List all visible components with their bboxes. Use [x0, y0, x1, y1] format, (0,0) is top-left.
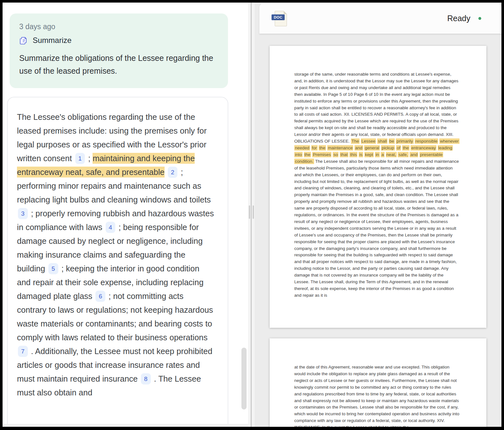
doc-highlight-word: in: [375, 152, 380, 157]
divider-drag-handle-right[interactable]: [253, 205, 254, 219]
app-window: 3 days ago Summarize Summarize the oblig…: [3, 3, 501, 427]
doc-highlight-word: that: [340, 152, 348, 157]
document-viewer-panel: DOC Ready storage of the same, under rea…: [255, 3, 501, 427]
doc-highlight-word: kept: [364, 152, 374, 157]
doc-highlight-word: condition.: [294, 159, 314, 164]
doc-type-badge: DOC: [272, 14, 285, 20]
doc-highlight-word: presentable: [419, 152, 443, 157]
doc-highlight-word: of: [396, 145, 401, 151]
document-page-2: at the date of this Agreement, reasonabl…: [270, 338, 486, 427]
summarize-copy-icon: [19, 36, 28, 45]
citation-badge[interactable]: 5: [48, 263, 58, 274]
doc-file-icon: DOC: [275, 11, 287, 26]
doc-highlight-word: be: [389, 138, 395, 144]
doc-text-segment: storage of the same, under reasonable te…: [294, 72, 459, 144]
screenshot-frame: 3 days ago Summarize Summarize the oblig…: [0, 0, 504, 430]
doc-highlight-word: leading: [438, 145, 453, 151]
query-timestamp: 3 days ago: [19, 22, 218, 31]
panel-divider: [248, 3, 255, 427]
divider-line: [251, 3, 252, 427]
chat-panel: 3 days ago Summarize Summarize the oblig…: [3, 3, 248, 427]
query-action-label: Summarize: [33, 36, 71, 45]
doc-highlight-word: so: [333, 152, 338, 157]
answer-card: The Lessee's obligations regarding the u…: [7, 97, 228, 427]
citation-badge[interactable]: 7: [18, 346, 28, 357]
doc-highlight-word: is: [359, 152, 363, 157]
doc-fold-corner-icon: [284, 11, 287, 14]
doc-highlight-word: safe,: [398, 152, 408, 157]
chat-bottom-strip: [3, 424, 248, 427]
query-text: Summarize the obligations of the Lessee …: [19, 52, 218, 77]
chat-scrollbar-thumb[interactable]: [241, 348, 247, 409]
doc-highlight-word: whenever: [439, 138, 459, 144]
doc-highlight-word: responsible: [415, 138, 438, 144]
citation-badge[interactable]: 6: [95, 291, 105, 302]
doc-highlight-word: shall: [377, 138, 387, 144]
doc-highlight-word: this: [349, 152, 357, 157]
answer-text-segment: [165, 168, 167, 177]
status-ready-dot-icon: [477, 16, 482, 21]
query-action-row: Summarize: [19, 36, 218, 45]
doc-highlight-word: a: [381, 152, 385, 157]
doc-highlight-word: into: [294, 152, 303, 157]
doc-text-segment: at the date of this Agreement, reasonabl…: [294, 365, 459, 427]
status-group: Ready: [447, 14, 482, 23]
doc-highlight-word: Lessee: [361, 138, 376, 144]
status-text: Ready: [447, 14, 470, 23]
document-page-1-text: storage of the same, under reasonable te…: [294, 71, 459, 299]
citation-badge[interactable]: 8: [141, 373, 151, 385]
doc-highlight-word: needed: [294, 145, 310, 151]
doc-text-segment: The Lessee shall also be responsible for…: [294, 159, 459, 298]
divider-drag-handle-left[interactable]: [249, 205, 250, 219]
doc-highlight-word: The: [351, 138, 360, 144]
citation-badge[interactable]: 1: [75, 153, 85, 164]
doc-highlight-word: and: [410, 152, 418, 157]
doc-highlight-word: pickup: [381, 145, 395, 151]
doc-highlight-word: for: [311, 145, 318, 151]
document-pages-scroll-area: storage of the same, under reasonable te…: [255, 34, 501, 427]
citation-badge[interactable]: 4: [106, 222, 116, 233]
citation-badge[interactable]: 3: [18, 208, 28, 219]
doc-highlight-word: the: [402, 145, 410, 151]
viewer-header: DOC Ready: [259, 3, 501, 34]
doc-highlight-word: Premises: [312, 152, 331, 157]
answer-text: The Lessee's obligations regarding the u…: [17, 110, 214, 400]
doc-highlight-word: primarily: [396, 138, 413, 144]
answer-text-segment: ;: [86, 154, 93, 163]
doc-highlight-word: and: [354, 145, 363, 151]
doc-highlight-word: maintenance: [327, 145, 353, 151]
document-page-2-text: at the date of this Agreement, reasonabl…: [294, 364, 459, 427]
doc-highlight-word: general: [364, 145, 380, 151]
document-page-1: storage of the same, under reasonable te…: [270, 46, 486, 328]
doc-highlight-word: the: [319, 145, 326, 151]
doc-highlight-word: entranceway: [411, 145, 436, 151]
citation-badge[interactable]: 2: [168, 167, 178, 178]
doc-highlight-word: neat,: [386, 152, 397, 157]
doc-highlight-word: the: [304, 152, 311, 157]
query-card: 3 days ago Summarize Summarize the oblig…: [10, 13, 228, 88]
